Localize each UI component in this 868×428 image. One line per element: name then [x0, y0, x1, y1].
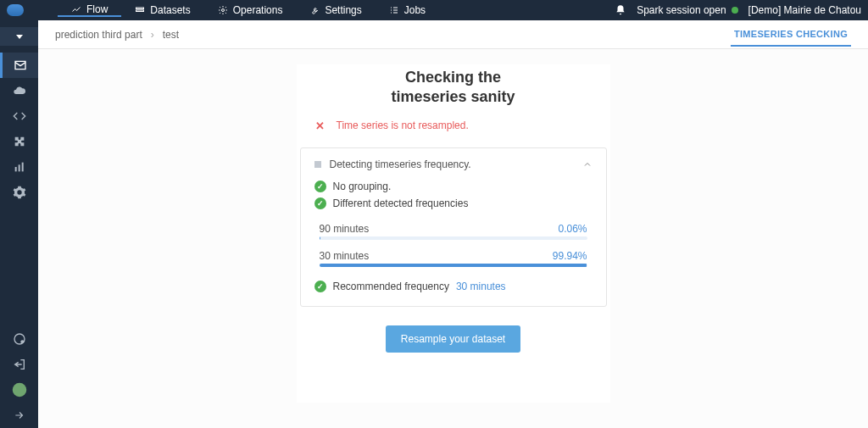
freq-pct: 0.06%	[558, 223, 587, 235]
nav-jobs[interactable]: Jobs	[376, 3, 439, 17]
sidebar-dropdown[interactable]	[0, 27, 38, 46]
svg-point-7	[20, 340, 24, 343]
help-icon	[13, 332, 26, 346]
sanity-card: Checking the timeseries sanity ✕ Time se…	[297, 64, 610, 403]
frequency-row: 90 minutes0.06%	[320, 221, 587, 236]
sidebar-cloud[interactable]	[0, 78, 38, 103]
list-icon	[389, 5, 399, 15]
nav-label: Operations	[233, 4, 283, 16]
chevron-up-icon	[582, 159, 593, 170]
error-x-icon: ✕	[315, 120, 325, 132]
diff-freq-line: ✓ Different detected frequencies	[314, 197, 593, 209]
svg-point-8	[12, 383, 26, 397]
sidebar-code[interactable]	[0, 103, 38, 129]
sidebar-exit[interactable]	[0, 352, 38, 377]
sidebar-mail[interactable]	[0, 53, 38, 78]
status-dot-icon	[732, 7, 738, 14]
nav-label: Jobs	[404, 4, 426, 16]
project-name[interactable]: [Demo] Mairie de Chatou	[748, 4, 861, 16]
error-line: ✕ Time series is not resampled.	[297, 120, 610, 147]
sidebar-puzzle[interactable]	[0, 129, 38, 154]
svg-rect-3	[14, 167, 16, 171]
sidebar-collapse[interactable]	[0, 403, 38, 428]
avatar-icon	[12, 382, 27, 397]
freq-bar	[320, 264, 587, 267]
top-bar: Flow Datasets Operations Settings Jobs S…	[0, 0, 868, 20]
breadcrumb: prediction third part › test	[55, 29, 179, 41]
cloud-upload-icon	[13, 84, 26, 97]
error-text: Time series is not resampled.	[337, 120, 469, 131]
gear-icon	[13, 186, 26, 199]
nav-label: Datasets	[150, 4, 190, 16]
svg-rect-4	[18, 164, 19, 171]
nav-settings[interactable]: Settings	[296, 3, 375, 17]
sub-header: prediction third part › test TIMESERIES …	[38, 20, 868, 49]
check-icon: ✓	[314, 281, 326, 292]
sidebar-chart[interactable]	[0, 154, 38, 180]
svg-rect-5	[21, 163, 23, 172]
datasets-icon	[135, 5, 145, 15]
freq-bar	[320, 236, 587, 240]
code-icon	[13, 109, 26, 123]
breadcrumb-current: test	[163, 29, 179, 41]
sidebar-settings[interactable]	[0, 180, 38, 205]
wrench-icon	[309, 5, 320, 15]
bar-chart-icon	[13, 160, 26, 174]
freq-label: 30 minutes	[320, 250, 370, 262]
flow-icon	[71, 4, 81, 14]
sidebar-avatar[interactable]	[0, 377, 38, 403]
check-icon: ✓	[314, 181, 326, 192]
chevron-right-icon: ›	[151, 29, 154, 41]
nav-label: Flow	[86, 3, 108, 15]
frequency-panel: Detecting timeseries frequency. ✓ No gro…	[300, 147, 607, 307]
freq-label: 90 minutes	[320, 223, 370, 235]
frequency-row: 30 minutes99.94%	[320, 248, 587, 264]
app-logo-icon	[7, 4, 24, 16]
no-grouping-line: ✓ No grouping.	[314, 181, 593, 192]
svg-rect-1	[136, 10, 144, 12]
recommended-value: 30 minutes	[456, 281, 506, 292]
status-label: Spark session open	[637, 4, 726, 16]
svg-rect-0	[136, 8, 144, 9]
freq-pct: 99.94%	[553, 250, 587, 262]
spark-status[interactable]: Spark session open	[637, 4, 737, 16]
tab-timeseries-checking[interactable]: TIMESERIES CHECKING	[731, 22, 851, 47]
breadcrumb-parent[interactable]: prediction third part	[55, 29, 142, 41]
left-sidebar	[0, 20, 38, 428]
bell-icon[interactable]	[615, 4, 626, 16]
top-nav: Flow Datasets Operations Settings Jobs	[58, 3, 439, 17]
caret-down-icon	[16, 35, 23, 39]
nav-flow[interactable]: Flow	[58, 3, 121, 17]
panel-heading: Detecting timeseries frequency.	[330, 158, 471, 170]
nav-datasets[interactable]: Datasets	[121, 3, 203, 17]
panel-marker-icon	[314, 161, 321, 168]
nav-label: Settings	[325, 4, 361, 16]
exit-icon	[13, 358, 26, 371]
sidebar-help[interactable]	[0, 326, 38, 352]
card-title: Checking the timeseries sanity	[297, 64, 610, 120]
svg-point-2	[221, 9, 224, 12]
recommended-frequency: ✓ Recommended frequency 30 minutes	[314, 281, 593, 292]
collapse-toggle[interactable]	[582, 159, 593, 170]
gear-icon	[218, 5, 228, 15]
nav-operations[interactable]: Operations	[204, 3, 297, 17]
frequency-list: 90 minutes0.06%30 minutes99.94%	[320, 221, 587, 267]
puzzle-icon	[13, 135, 26, 148]
arrow-right-icon	[14, 409, 25, 421]
resample-button[interactable]: Resample your dataset	[386, 325, 520, 353]
envelope-icon	[14, 58, 27, 72]
check-icon: ✓	[314, 197, 326, 209]
